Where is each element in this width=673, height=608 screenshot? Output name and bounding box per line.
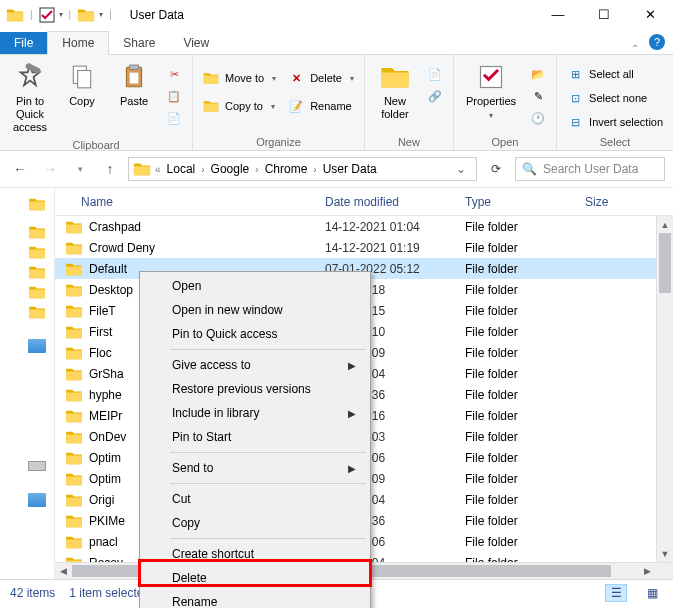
details-view-button[interactable]: ☰ — [605, 584, 627, 602]
vertical-scrollbar[interactable]: ▲ ▼ — [656, 216, 673, 562]
column-date[interactable]: Date modified — [315, 195, 455, 209]
column-name[interactable]: Name — [55, 195, 315, 209]
breadcrumb-part[interactable]: Chrome — [261, 162, 312, 176]
paste-button[interactable]: Paste — [110, 59, 158, 110]
open-button[interactable]: 📂 — [526, 65, 550, 83]
invert-selection-button[interactable]: ⊟Invert selection — [563, 113, 667, 131]
paste-shortcut-button[interactable]: 📄 — [162, 109, 186, 127]
minimize-button[interactable]: — — [535, 0, 581, 30]
select-none-button[interactable]: ⊡Select none — [563, 89, 667, 107]
easy-access-button[interactable]: 🔗 — [423, 87, 447, 105]
properties-button[interactable]: Properties▾ — [460, 59, 522, 123]
breadcrumb-part[interactable]: Local — [163, 162, 200, 176]
file-name: hyphe — [89, 388, 122, 402]
help-icon[interactable]: ? — [649, 34, 665, 50]
file-type: File folder — [455, 535, 575, 549]
tree-drive-icon[interactable] — [28, 461, 46, 471]
folder-icon — [65, 409, 83, 423]
breadcrumb-part[interactable]: Google — [207, 162, 254, 176]
window-title: User Data — [130, 8, 535, 22]
column-size[interactable]: Size — [575, 195, 635, 209]
scrollbar-thumb[interactable] — [659, 233, 671, 293]
menu-copy[interactable]: Copy — [142, 511, 368, 535]
tree-folder-icon[interactable] — [28, 265, 46, 279]
tab-home[interactable]: Home — [47, 31, 109, 55]
menu-open[interactable]: Open — [142, 274, 368, 298]
menu-delete[interactable]: Delete — [142, 566, 368, 590]
tree-folder-icon[interactable] — [28, 197, 46, 211]
copy-path-button[interactable]: 📋 — [162, 87, 186, 105]
copy-button[interactable]: Copy — [58, 59, 106, 110]
refresh-button[interactable]: ⟳ — [483, 157, 509, 181]
back-button[interactable]: ← — [8, 157, 32, 181]
pin-quick-access-button[interactable]: Pin to Quick access — [6, 59, 54, 137]
menu-restore-versions[interactable]: Restore previous versions — [142, 377, 368, 401]
svg-rect-4 — [130, 65, 139, 69]
folder-icon — [65, 556, 83, 563]
file-type: File folder — [455, 304, 575, 318]
breadcrumb-part[interactable]: User Data — [319, 162, 381, 176]
file-type: File folder — [455, 430, 575, 444]
menu-include-library[interactable]: Include in library▶ — [142, 401, 368, 425]
svg-rect-2 — [78, 71, 91, 88]
ribbon-tabs: File Home Share View ⌃ ? — [0, 30, 673, 55]
group-new: New folder 📄 🔗 New — [365, 55, 454, 150]
tab-view[interactable]: View — [169, 32, 223, 54]
new-item-button[interactable]: 📄 — [423, 65, 447, 83]
move-to-button[interactable]: Move to▾ — [199, 69, 280, 87]
table-row[interactable]: Crowd Deny14-12-2021 01:19File folder — [55, 237, 673, 258]
large-icons-view-button[interactable]: ▦ — [641, 584, 663, 602]
file-type: File folder — [455, 367, 575, 381]
new-folder-button[interactable]: New folder — [371, 59, 419, 123]
menu-pin-start[interactable]: Pin to Start — [142, 425, 368, 449]
menu-cut[interactable]: Cut — [142, 487, 368, 511]
qat-properties-icon[interactable] — [39, 7, 55, 23]
tab-share[interactable]: Share — [109, 32, 169, 54]
folder-icon — [65, 451, 83, 465]
quick-access-toolbar: | ▾ | ▾ | — [0, 7, 120, 23]
file-name: Origi — [89, 493, 114, 507]
file-type: File folder — [455, 241, 575, 255]
menu-pin-quick-access[interactable]: Pin to Quick access — [142, 322, 368, 346]
up-button[interactable]: ↑ — [98, 157, 122, 181]
file-name: OnDev — [89, 430, 126, 444]
qat-folder-icon[interactable] — [77, 7, 95, 23]
delete-button[interactable]: ✕Delete▾ — [284, 69, 358, 87]
recent-locations-button[interactable]: ▾ — [68, 157, 92, 181]
tree-folder-icon[interactable] — [28, 285, 46, 299]
menu-create-shortcut[interactable]: Create shortcut — [142, 542, 368, 566]
menu-send-to[interactable]: Send to▶ — [142, 456, 368, 480]
table-row[interactable]: Crashpad14-12-2021 01:04File folder — [55, 216, 673, 237]
tree-network-icon[interactable] — [28, 493, 46, 507]
collapse-ribbon-icon[interactable]: ⌃ — [625, 43, 645, 54]
tree-folder-icon[interactable] — [28, 225, 46, 239]
folder-icon — [65, 472, 83, 486]
file-type: File folder — [455, 493, 575, 507]
breadcrumb[interactable]: « Local› Google› Chrome› User Data ⌄ — [128, 157, 477, 181]
search-input[interactable]: 🔍 Search User Data — [515, 157, 665, 181]
forward-button[interactable]: → — [38, 157, 62, 181]
copy-to-button[interactable]: Copy to▾ — [199, 97, 280, 115]
tree-folder-icon[interactable] — [28, 305, 46, 319]
tree-pc-icon[interactable] — [28, 339, 46, 353]
cut-button[interactable]: ✂ — [162, 65, 186, 83]
tree-folder-icon[interactable] — [28, 245, 46, 259]
file-name: Optim — [89, 451, 121, 465]
history-button[interactable]: 🕐 — [526, 109, 550, 127]
edit-button[interactable]: ✎ — [526, 87, 550, 105]
column-type[interactable]: Type — [455, 195, 575, 209]
file-name: MEIPr — [89, 409, 122, 423]
tab-file[interactable]: File — [0, 32, 47, 54]
menu-open-new-window[interactable]: Open in new window — [142, 298, 368, 322]
select-all-button[interactable]: ⊞Select all — [563, 65, 667, 83]
menu-give-access[interactable]: Give access to▶ — [142, 353, 368, 377]
column-headers: Name Date modified Type Size — [55, 188, 673, 216]
maximize-button[interactable]: ☐ — [581, 0, 627, 30]
breadcrumb-dropdown[interactable]: ⌄ — [450, 162, 472, 176]
menu-rename[interactable]: Rename — [142, 590, 368, 608]
group-open: Properties▾ 📂 ✎ 🕐 Open — [454, 55, 557, 150]
context-menu: Open Open in new window Pin to Quick acc… — [139, 271, 371, 608]
navigation-pane[interactable] — [0, 188, 55, 579]
close-button[interactable]: ✕ — [627, 0, 673, 30]
rename-button[interactable]: 📝Rename — [284, 97, 358, 115]
